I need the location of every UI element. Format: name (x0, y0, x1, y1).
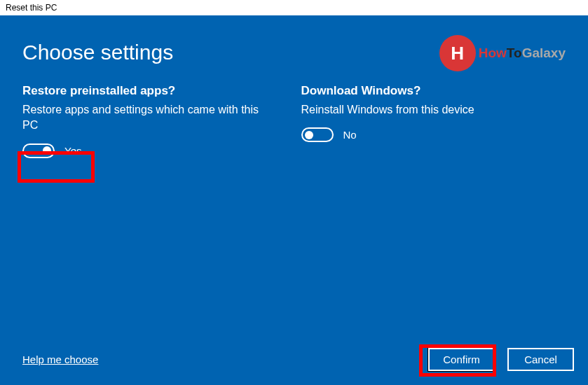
footer-buttons: Confirm Cancel (428, 348, 574, 371)
page-heading: Choose settings (22, 41, 566, 64)
restore-preinstalled-toggle-label: Yes (64, 145, 81, 157)
main-panel: Choose settings Restore preinstalled app… (0, 15, 588, 385)
download-windows-toggle[interactable] (301, 127, 334, 142)
window-title: Reset this PC (6, 3, 57, 13)
footer: Help me choose Confirm Cancel (22, 348, 574, 371)
download-windows-section: Download Windows? Reinstall Windows from… (301, 84, 566, 158)
restore-preinstalled-toggle-row: Yes (22, 144, 287, 158)
confirm-button[interactable]: Confirm (428, 348, 495, 371)
cancel-button[interactable]: Cancel (507, 348, 574, 371)
help-me-choose-link[interactable]: Help me choose (22, 354, 98, 365)
settings-columns: Restore preinstalled apps? Restore apps … (22, 84, 566, 158)
download-windows-desc: Reinstall Windows from this device (301, 102, 554, 118)
restore-preinstalled-toggle[interactable] (22, 144, 55, 158)
restore-preinstalled-heading: Restore preinstalled apps? (22, 84, 287, 98)
download-windows-heading: Download Windows? (301, 84, 566, 98)
toggle-knob-icon (305, 131, 313, 139)
toggle-knob-icon (43, 146, 51, 155)
restore-preinstalled-section: Restore preinstalled apps? Restore apps … (22, 84, 287, 158)
download-windows-toggle-row: No (301, 127, 566, 142)
restore-preinstalled-desc: Restore apps and settings which came wit… (22, 102, 275, 134)
download-windows-toggle-label: No (343, 129, 357, 141)
title-bar: Reset this PC (0, 0, 588, 15)
